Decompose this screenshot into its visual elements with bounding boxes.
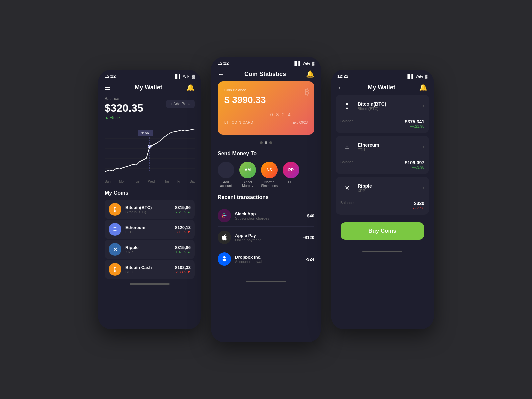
phone3-bell-icon[interactable]: 🔔 xyxy=(419,83,427,91)
wallet-eth-balance-label: Balance xyxy=(340,160,354,169)
add-account-icon: + xyxy=(218,162,234,178)
phone1-time: 12:22 xyxy=(105,74,116,79)
xrp-icon: ✕ xyxy=(109,243,121,256)
btc-name: Bitcoin(BTC) xyxy=(125,205,175,210)
apple-icon xyxy=(218,231,231,244)
card-expiry: Exp 09/23 xyxy=(293,121,308,124)
up-arrow-icon: ▲ xyxy=(105,115,109,120)
phone2-status-icons: ▐▌▌ WiFi ▓ xyxy=(293,61,314,65)
transaction-apple[interactable]: Apple Pay Online payment -$120 xyxy=(218,227,314,248)
eth-name: Ethereum xyxy=(125,225,175,230)
battery-icon: ▓ xyxy=(192,74,195,78)
transactions-title: Recent transactions xyxy=(218,194,314,200)
send-accounts: + Addaccount AM AngelMurphy NS NormaSimm… xyxy=(218,162,314,188)
wallet-eth-name: Ethereum xyxy=(358,142,423,148)
home-bar xyxy=(130,283,170,285)
back-icon[interactable]: ← xyxy=(218,70,224,78)
btc-price: $315,86 xyxy=(175,205,191,210)
card-btc-icon: ₿ xyxy=(305,86,309,97)
dropbox-amount: -$24 xyxy=(306,257,314,262)
wallet-card-btc-footer: Balance $375,341 +%21.98 xyxy=(336,116,429,133)
card-dot-1[interactable] xyxy=(260,141,263,144)
phone1-bell-icon[interactable]: 🔔 xyxy=(186,83,195,91)
wallet-xrp-name: Ripple xyxy=(358,183,423,189)
phone3: 12:22 ▐▌▌ WiFi ▓ ← My Wallet 🔔 ₿ Bitcoin… xyxy=(331,70,434,329)
transaction-dropbox[interactable]: Dropbox Inc. Account renewal -$24 xyxy=(218,248,314,270)
phone3-status-icons: ▐▌▌ WiFi ▓ xyxy=(406,74,427,78)
send-money-section: Send Money To + Addaccount AM AngelMurph… xyxy=(218,151,314,188)
phone1: 12:22 ▐▌▌ WiFi ▓ ☰ My Wallet 🔔 Balance $… xyxy=(98,70,201,329)
bhc-symbol: BHC xyxy=(125,270,175,274)
home-bar2 xyxy=(246,281,286,282)
slack-name: Slack App xyxy=(235,211,306,216)
back-icon3[interactable]: ← xyxy=(337,84,344,91)
buy-coins-button[interactable]: Buy Coins xyxy=(341,222,424,240)
wallet-card-eth-header: Ξ Ethereum ETH › xyxy=(336,136,429,157)
btc-icon: ₿ xyxy=(109,203,121,216)
svg-text:$140k: $140k xyxy=(141,132,150,135)
coin-card: ₿ Coin Balance $ 3990.33 · · · · · · · ·… xyxy=(218,81,314,135)
bhc-icon: ₿ xyxy=(109,263,121,276)
add-account[interactable]: + Addaccount xyxy=(218,162,234,188)
add-bank-button[interactable]: + Add Bank xyxy=(166,100,195,108)
dropbox-info: Dropbox Inc. Account renewal xyxy=(235,255,306,264)
coin-list: ₿ Bitcoin(BTC) Bitcoin(BTC) $315,86 7.21… xyxy=(105,200,195,279)
wallet-card-btc[interactable]: ₿ Bitcoin(BTC) Bitcoin(BTC) › Balance $3… xyxy=(336,95,429,133)
phone3-status-bar: 12:22 ▐▌▌ WiFi ▓ xyxy=(331,70,434,81)
coin-item-bhc[interactable]: ₿ Bitcoin Cash BHC $102,33 2.33% ▼ xyxy=(105,260,195,279)
svg-rect-9 xyxy=(222,216,223,218)
card-bottom: BIT COIN CARD Exp 09/23 xyxy=(224,121,308,124)
eth-change: 3.11% ▼ xyxy=(175,230,191,234)
wallet-eth-symbol: ETH xyxy=(358,148,423,152)
card-dot-3[interactable] xyxy=(269,141,272,144)
wifi-icon3: WiFi xyxy=(416,74,423,78)
xrp-value: $315,86 1.41% ▲ xyxy=(175,245,191,254)
eth-symbol: ETH xyxy=(125,230,175,234)
card-dot-2[interactable] xyxy=(265,141,267,144)
apple-desc: Online payment xyxy=(235,238,303,242)
wallet-xrp-icon: ✕ xyxy=(340,181,354,195)
xrp-name: Ripple xyxy=(125,245,175,250)
xrp-change: 1.41% ▲ xyxy=(175,250,191,254)
wifi-icon: WiFi xyxy=(183,74,190,78)
screens-container: 12:22 ▐▌▌ WiFi ▓ ☰ My Wallet 🔔 Balance $… xyxy=(98,57,434,342)
transaction-slack[interactable]: Slack App Subscription charges -$40 xyxy=(218,205,314,227)
slack-info: Slack App Subscription charges xyxy=(235,211,306,220)
phone3-content: ₿ Bitcoin(BTC) Bitcoin(BTC) › Balance $3… xyxy=(331,95,434,240)
phone2-bell-icon[interactable]: 🔔 xyxy=(306,70,314,78)
coin-item-xrp[interactable]: ✕ Ripple XRP $315,86 1.41% ▲ xyxy=(105,240,195,259)
coin-item-eth[interactable]: Ξ Ethereum ETH $120,13 3.11% ▼ xyxy=(105,220,195,239)
coin-item-btc[interactable]: ₿ Bitcoin(BTC) Bitcoin(BTC) $315,86 7.21… xyxy=(105,200,195,219)
wallet-card-btc-header: ₿ Bitcoin(BTC) Bitcoin(BTC) › xyxy=(336,95,429,116)
wallet-card-xrp[interactable]: ✕ Ripple XRP › Balance $320 -%3.98 xyxy=(336,177,429,215)
eth-price: $120,13 xyxy=(175,225,191,230)
pr-account[interactable]: PR Pr... xyxy=(283,162,299,188)
wallet-card-eth[interactable]: Ξ Ethereum ETH › Balance $109,097 +%3.98 xyxy=(336,136,429,174)
wallet-card-xrp-header: ✕ Ripple XRP › xyxy=(336,177,429,198)
angel-avatar: AM xyxy=(239,162,256,178)
angel-account[interactable]: AM AngelMurphy xyxy=(239,162,256,188)
apple-amount: -$120 xyxy=(303,235,314,240)
battery-icon3: ▓ xyxy=(425,74,427,78)
eth-info: Ethereum ETH xyxy=(125,225,175,234)
wallet-btc-name: Bitcoin(BTC) xyxy=(358,101,423,107)
card-label: Coin Balance xyxy=(224,88,308,92)
bhc-change: 2.33% ▼ xyxy=(175,270,191,274)
card-dots-numbers: · · · · · · · · · · 0 3 2 4 xyxy=(224,112,308,117)
angel-account-name: AngelMurphy xyxy=(242,180,253,188)
phone2: 12:22 ▐▌▌ WiFi ▓ ← Coin Statistics 🔔 ₿ C… xyxy=(211,57,321,342)
wallet-xrp-symbol: XRP xyxy=(358,189,423,193)
wallet-card-xrp-footer: Balance $320 -%3.98 xyxy=(336,198,429,215)
bhc-price: $102,33 xyxy=(175,265,191,270)
svg-rect-8 xyxy=(222,214,223,216)
battery-icon2: ▓ xyxy=(312,61,314,65)
menu-icon[interactable]: ☰ xyxy=(105,83,111,91)
bhc-info: Bitcoin Cash BHC xyxy=(125,265,175,274)
norma-account[interactable]: NS NormaSimmmons xyxy=(261,162,278,188)
card-page-dots xyxy=(218,141,314,144)
wallet-eth-info: Ethereum ETH xyxy=(358,142,423,152)
wallet-xrp-chevron: › xyxy=(423,185,424,191)
phone3-time: 12:22 xyxy=(337,74,348,79)
signal-icon2: ▐▌▌ xyxy=(293,61,301,65)
add-account-name: Addaccount xyxy=(220,180,232,188)
